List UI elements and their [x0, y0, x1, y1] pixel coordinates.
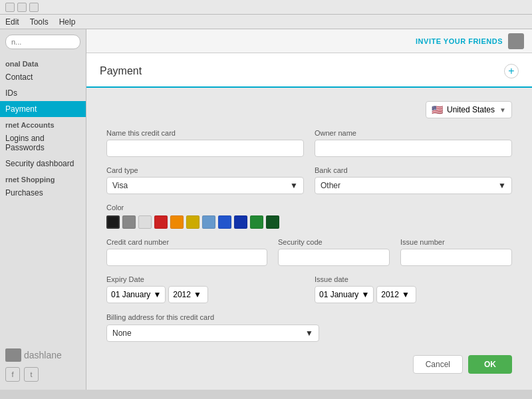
name-input[interactable] — [106, 140, 304, 157]
card-type-arrow-icon: ▼ — [290, 181, 298, 190]
sidebar-item-ids[interactable]: IDs — [0, 85, 86, 101]
expiry-month-arrow-icon: ▼ — [153, 290, 161, 299]
name-group: Name this credit card — [106, 129, 304, 157]
sidebar-item-security[interactable]: Security dashboard — [0, 156, 86, 172]
expiry-year-arrow-icon: ▼ — [194, 290, 201, 299]
bank-card-value: Other — [321, 181, 340, 190]
color-swatch-blue[interactable] — [218, 215, 231, 229]
sidebar: onal Data Contact IDs Payment rnet Accou… — [0, 29, 86, 390]
billing-address-select[interactable]: None ▼ — [106, 325, 319, 342]
card-type-value: Visa — [112, 181, 128, 190]
issue-date-inputs: 01 January ▼ 2012 ▼ — [315, 286, 512, 303]
owner-input[interactable] — [315, 140, 512, 157]
color-swatch-green[interactable] — [250, 215, 263, 229]
billing-arrow-icon: ▼ — [305, 329, 313, 338]
main-content: INVITE YOUR FRIENDS Payment + 🇺🇸 United … — [86, 29, 532, 390]
billing-section: Billing address for this credit card Non… — [106, 313, 512, 342]
country-select[interactable]: 🇺🇸 United States ▼ — [426, 101, 512, 118]
bank-card-arrow-icon: ▼ — [498, 181, 506, 190]
form-area: 🇺🇸 United States ▼ Name this credit card… — [86, 88, 532, 390]
issue-date-group: Issue date 01 January ▼ 2012 ▼ — [315, 275, 512, 303]
logo-icon — [5, 348, 21, 362]
expiry-label: Expiry Date — [106, 275, 304, 283]
color-swatch-red[interactable] — [154, 215, 168, 229]
top-bar: INVITE YOUR FRIENDS — [86, 29, 532, 53]
color-swatch-gold[interactable] — [186, 215, 200, 229]
country-row: 🇺🇸 United States ▼ — [106, 101, 512, 118]
cardtype-bankcard-row: Card type Visa ▼ Bank card Other ▼ — [106, 166, 512, 194]
menu-tools[interactable]: Tools — [30, 17, 49, 27]
security-code-input[interactable] — [278, 249, 390, 266]
social-icons: f t — [5, 367, 80, 382]
color-swatch-darkgray[interactable] — [122, 215, 136, 229]
color-swatch-black[interactable] — [106, 215, 120, 229]
country-flag: 🇺🇸 — [432, 104, 443, 115]
color-swatch-darkblue[interactable] — [234, 215, 247, 229]
card-type-select[interactable]: Visa ▼ — [106, 177, 304, 194]
sidebar-item-payment[interactable]: Payment — [0, 101, 86, 117]
color-swatch-orange[interactable] — [170, 215, 184, 229]
twitter-icon[interactable]: t — [24, 367, 39, 382]
search-input[interactable] — [5, 35, 80, 49]
personal-data-section: onal Data — [0, 56, 86, 69]
user-avatar[interactable] — [508, 33, 524, 49]
expiry-month-select[interactable]: 01 January ▼ — [106, 286, 166, 303]
expiry-year-select[interactable]: 2012 ▼ — [168, 286, 208, 303]
window-title-bar — [0, 0, 532, 15]
maximize-button[interactable] — [17, 3, 27, 12]
color-swatch-lightgray[interactable] — [138, 215, 152, 229]
owner-label: Owner name — [315, 129, 512, 137]
menu-bar: Edit Tools Help — [0, 15, 532, 29]
cc-number-label: Credit card number — [106, 238, 267, 246]
dates-row: Expiry Date 01 January ▼ 2012 ▼ Issue da… — [106, 275, 512, 303]
card-type-label: Card type — [106, 166, 304, 174]
invite-friends-link[interactable]: INVITE YOUR FRIENDS — [416, 37, 503, 45]
name-label: Name this credit card — [106, 129, 304, 137]
color-swatch-lightblue[interactable] — [202, 215, 215, 229]
internet-shopping-section: rnet Shopping — [0, 172, 86, 185]
cc-number-input[interactable] — [106, 249, 267, 266]
issue-number-input[interactable] — [400, 249, 512, 266]
billing-label: Billing address for this credit card — [106, 313, 214, 321]
bank-card-label: Bank card — [315, 166, 512, 174]
issue-year-select[interactable]: 2012 ▼ — [376, 286, 416, 303]
issue-month-arrow-icon: ▼ — [361, 290, 369, 299]
cc-security-issue-row: Credit card number Security code Issue n… — [106, 238, 512, 266]
card-type-group: Card type Visa ▼ — [106, 166, 304, 194]
bank-card-group: Bank card Other ▼ — [315, 166, 512, 194]
issue-month-value: 01 January — [319, 290, 358, 299]
dashlane-logo: dashlane — [5, 348, 80, 362]
window-controls[interactable] — [5, 3, 39, 12]
color-label: Color — [106, 203, 512, 211]
menu-help[interactable]: Help — [59, 17, 76, 27]
country-arrow-icon: ▼ — [499, 106, 506, 114]
minimize-button[interactable] — [5, 3, 15, 12]
facebook-icon[interactable]: f — [5, 367, 20, 382]
color-section: Color — [106, 203, 512, 229]
sidebar-item-logins[interactable]: Logins and Passwords — [0, 130, 86, 156]
expiry-date-inputs: 01 January ▼ 2012 ▼ — [106, 286, 304, 303]
ok-button[interactable]: OK — [468, 355, 512, 374]
bank-card-select[interactable]: Other ▼ — [315, 177, 512, 194]
sidebar-item-contact[interactable]: Contact — [0, 69, 86, 85]
issue-date-label: Issue date — [315, 275, 512, 283]
expiry-month-value: 01 January — [111, 290, 150, 299]
issue-year-arrow-icon: ▼ — [402, 290, 410, 299]
sidebar-item-purchases[interactable]: Purchases — [0, 185, 86, 201]
main-layout: onal Data Contact IDs Payment rnet Accou… — [0, 29, 532, 390]
page-title: Payment — [100, 65, 504, 77]
security-code-group: Security code — [278, 238, 390, 266]
issue-month-select[interactable]: 01 January ▼ — [315, 286, 374, 303]
expiry-group: Expiry Date 01 January ▼ 2012 ▼ — [106, 275, 304, 303]
cc-number-group: Credit card number — [106, 238, 267, 266]
add-payment-button[interactable]: + — [504, 64, 519, 78]
color-swatch-darkgreen[interactable] — [266, 215, 279, 229]
logo-text: dashlane — [24, 350, 62, 360]
menu-edit[interactable]: Edit — [5, 17, 19, 27]
sidebar-bottom: dashlane f t — [0, 340, 86, 390]
cancel-button[interactable]: Cancel — [413, 355, 463, 374]
close-button[interactable] — [29, 3, 39, 12]
issue-number-label: Issue number — [400, 238, 512, 246]
country-name: United States — [447, 105, 495, 114]
issue-number-group: Issue number — [400, 238, 512, 266]
